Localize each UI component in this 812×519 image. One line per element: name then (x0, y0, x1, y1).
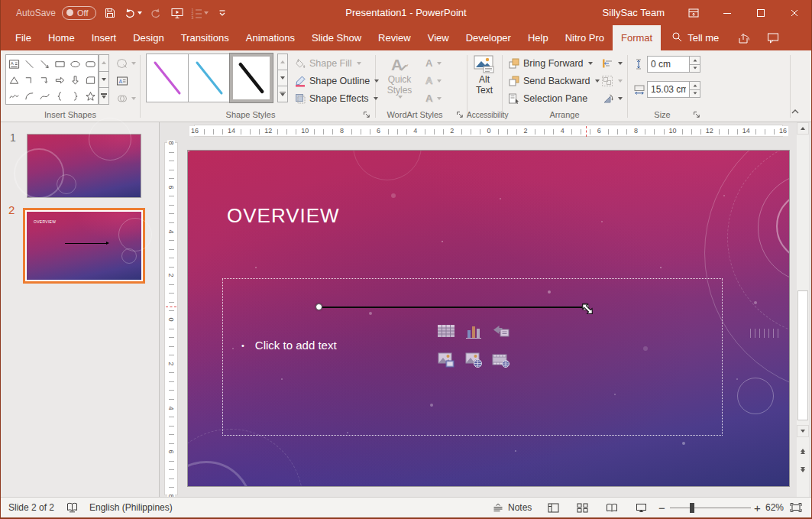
scroll-up-icon[interactable] (797, 122, 809, 135)
rotate-button[interactable] (601, 90, 623, 106)
gallery-scroll-up-icon[interactable] (99, 54, 109, 72)
alt-text-button[interactable]: Alt Text (468, 54, 500, 105)
tab-nitro-pro[interactable]: Nitro Pro (557, 25, 613, 50)
body-placeholder-text[interactable]: Click to add text (255, 339, 337, 352)
shape-styles-dialog-launcher-icon[interactable] (363, 110, 372, 119)
shape-width-input[interactable] (647, 81, 690, 98)
right-brace-shape-icon[interactable] (67, 88, 82, 104)
width-spinner[interactable] (690, 81, 700, 98)
tell-me-box[interactable]: Tell me (661, 25, 730, 50)
customize-qat-icon[interactable] (215, 4, 230, 22)
comments-icon[interactable] (759, 25, 788, 50)
collapse-ribbon-icon[interactable] (788, 106, 802, 117)
bring-forward-button[interactable]: Bring Forward (508, 55, 593, 71)
slide-title[interactable]: OVERVIEW (227, 204, 340, 228)
edit-shape-button[interactable] (115, 55, 137, 71)
ribbon-display-options-icon[interactable] (677, 0, 710, 25)
language-indicator[interactable]: English (Philippines) (89, 498, 173, 517)
scroll-down-icon[interactable] (797, 425, 809, 437)
text-box-shape-icon[interactable]: A (6, 56, 21, 72)
align-dropdown-icon[interactable] (618, 62, 623, 65)
align-button[interactable] (601, 55, 623, 71)
tab-file[interactable]: File (7, 25, 40, 50)
tab-home[interactable]: Home (40, 25, 83, 50)
shape-height-input[interactable] (647, 56, 690, 73)
slideshow-view-icon[interactable] (636, 498, 647, 517)
rotate-dropdown-icon[interactable] (618, 97, 623, 100)
merge-shapes-button[interactable] (115, 90, 137, 106)
text-box-button[interactable]: A (115, 73, 130, 89)
tab-transitions[interactable]: Transitions (173, 25, 238, 50)
next-slide-icon[interactable] (797, 463, 809, 475)
elbow-arrow-connector-shape-icon[interactable] (37, 72, 52, 88)
left-brace-shape-icon[interactable] (52, 88, 67, 104)
tab-developer[interactable]: Developer (458, 25, 519, 50)
elbow-connector-shape-icon[interactable] (21, 72, 37, 88)
star-shape-icon[interactable] (82, 88, 98, 104)
snip-corner-rectangle-shape-icon[interactable] (82, 72, 98, 88)
shape-effects-dropdown-icon[interactable] (374, 97, 378, 100)
tab-slide-show[interactable]: Slide Show (303, 25, 370, 50)
close-button[interactable] (778, 0, 811, 25)
autosave-toggle[interactable]: Off (62, 6, 95, 20)
insert-chart-button[interactable] (464, 322, 484, 342)
line-start-handle[interactable] (315, 303, 322, 310)
style-more-icon[interactable] (277, 86, 288, 102)
arrow-shape-icon[interactable] (37, 56, 52, 72)
zoom-slider-thumb[interactable] (690, 503, 694, 513)
wordart-dialog-launcher-icon[interactable] (456, 110, 465, 119)
curve-shape-icon[interactable] (37, 88, 52, 104)
style-blue-line[interactable] (188, 54, 231, 102)
scribble-shape-icon[interactable] (6, 88, 21, 104)
slide-1-thumbnail[interactable] (27, 134, 141, 198)
send-backward-dropdown-icon[interactable] (595, 79, 600, 83)
right-arrow-shape-icon[interactable] (52, 72, 67, 88)
shape-outline-dropdown-icon[interactable] (374, 79, 379, 83)
tab-view[interactable]: View (419, 25, 458, 50)
normal-view-icon[interactable] (548, 498, 559, 517)
proofing-icon[interactable] (66, 498, 78, 517)
arc-shape-icon[interactable] (21, 88, 37, 104)
height-spinner[interactable] (690, 56, 700, 73)
style-scroll-up-icon[interactable] (277, 54, 288, 70)
undo-dropdown-icon[interactable] (137, 11, 142, 15)
selection-pane-button[interactable]: Selection Pane (508, 90, 587, 106)
zoom-in-button[interactable]: + (754, 498, 761, 517)
tab-design[interactable]: Design (125, 25, 172, 50)
zoom-level[interactable]: 62% (765, 498, 784, 517)
triangle-shape-icon[interactable] (6, 72, 21, 88)
line-shape-icon[interactable] (21, 56, 37, 72)
style-scroll-down-icon[interactable] (277, 70, 288, 86)
content-placeholder[interactable]: • Click to add text (222, 278, 723, 436)
line-shape[interactable] (319, 307, 586, 308)
shape-outline-button[interactable]: Shape Outline (294, 73, 379, 89)
tab-help[interactable]: Help (519, 25, 557, 50)
tab-review[interactable]: Review (370, 25, 419, 50)
slide-canvas[interactable]: OVERVIEW • Click to add text (187, 150, 790, 487)
gallery-more-icon[interactable] (99, 88, 109, 105)
size-dialog-launcher-icon[interactable] (693, 110, 702, 119)
zoom-slider[interactable] (670, 508, 751, 508)
send-backward-button[interactable]: Send Backward (508, 73, 600, 89)
insert-pictures-button[interactable] (436, 350, 456, 370)
slide-indicator[interactable]: Slide 2 of 2 (8, 498, 54, 517)
slide-sorter-view-icon[interactable] (577, 498, 588, 517)
previous-slide-icon[interactable] (797, 445, 809, 457)
shape-effects-button[interactable]: Shape Effects (294, 90, 378, 106)
fit-slide-to-window-icon[interactable] (790, 498, 802, 517)
undo-icon[interactable] (124, 4, 142, 22)
minimize-button[interactable] (710, 0, 744, 25)
gallery-scroll-down-icon[interactable] (99, 72, 109, 89)
notes-toggle[interactable]: Notes (493, 498, 532, 517)
tab-insert[interactable]: Insert (83, 25, 125, 50)
rectangle-shape-icon[interactable] (52, 56, 67, 72)
tab-format[interactable]: Format (613, 25, 661, 50)
style-purple-line[interactable] (146, 54, 189, 102)
slideshow-from-current-icon[interactable] (170, 4, 185, 22)
rounded-rectangle-shape-icon[interactable] (82, 56, 98, 72)
oval-shape-icon[interactable] (67, 56, 82, 72)
insert-table-button[interactable] (436, 322, 456, 342)
insert-online-pictures-button[interactable] (464, 350, 484, 370)
zoom-out-button[interactable]: − (658, 498, 665, 517)
share-icon[interactable] (730, 25, 759, 50)
